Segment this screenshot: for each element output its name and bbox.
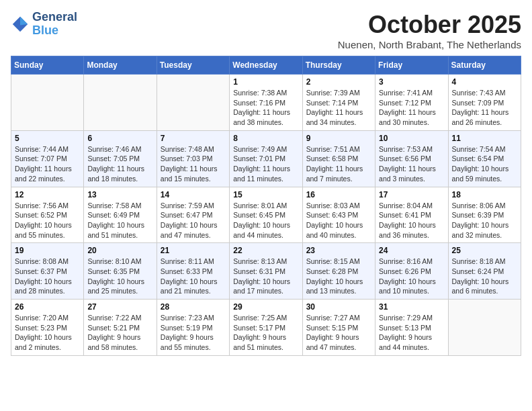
weekday-header: Sunday <box>11 56 84 75</box>
weekday-header: Saturday <box>448 56 521 75</box>
calendar-cell: 26Sunrise: 7:20 AM Sunset: 5:23 PM Dayli… <box>11 300 84 356</box>
day-number: 5 <box>15 134 80 143</box>
day-number: 11 <box>452 134 517 143</box>
day-info: Sunrise: 7:54 AM Sunset: 6:54 PM Dayligh… <box>452 144 517 184</box>
calendar-cell: 9Sunrise: 7:51 AM Sunset: 6:58 PM Daylig… <box>302 130 375 187</box>
calendar-cell: 6Sunrise: 7:46 AM Sunset: 7:05 PM Daylig… <box>84 130 157 187</box>
day-info: Sunrise: 8:08 AM Sunset: 6:37 PM Dayligh… <box>15 257 80 296</box>
day-info: Sunrise: 7:51 AM Sunset: 6:58 PM Dayligh… <box>306 144 371 184</box>
calendar-cell <box>84 75 157 131</box>
day-info: Sunrise: 8:10 AM Sunset: 6:35 PM Dayligh… <box>87 257 152 296</box>
day-info: Sunrise: 8:15 AM Sunset: 6:28 PM Dayligh… <box>306 257 371 296</box>
day-number: 26 <box>15 302 80 312</box>
day-number: 2 <box>306 77 371 87</box>
location-title: Nuenen, North Brabant, The Netherlands <box>338 39 521 50</box>
day-info: Sunrise: 7:53 AM Sunset: 6:56 PM Dayligh… <box>379 144 444 184</box>
day-info: Sunrise: 7:27 AM Sunset: 5:15 PM Dayligh… <box>306 313 371 353</box>
title-area: October 2025 Nuenen, North Brabant, The … <box>338 11 521 50</box>
calendar-cell: 21Sunrise: 8:11 AM Sunset: 6:33 PM Dayli… <box>157 243 229 300</box>
day-number: 25 <box>452 246 517 255</box>
calendar-cell: 25Sunrise: 8:18 AM Sunset: 6:24 PM Dayli… <box>448 243 521 300</box>
day-number: 13 <box>87 190 152 199</box>
calendar-cell: 5Sunrise: 7:44 AM Sunset: 7:07 PM Daylig… <box>11 130 84 187</box>
day-number: 18 <box>452 190 517 199</box>
day-number: 9 <box>306 134 371 143</box>
weekday-header: Tuesday <box>157 56 229 75</box>
calendar-cell: 7Sunrise: 7:48 AM Sunset: 7:03 PM Daylig… <box>157 130 229 187</box>
weekday-header: Thursday <box>302 56 375 75</box>
weekday-header: Wednesday <box>230 56 302 75</box>
logo-text: General Blue <box>32 11 77 38</box>
day-info: Sunrise: 7:56 AM Sunset: 6:52 PM Dayligh… <box>15 201 80 240</box>
calendar-cell: 29Sunrise: 7:25 AM Sunset: 5:17 PM Dayli… <box>230 300 302 356</box>
calendar-cell: 11Sunrise: 7:54 AM Sunset: 6:54 PM Dayli… <box>448 130 521 187</box>
day-info: Sunrise: 7:43 AM Sunset: 7:09 PM Dayligh… <box>452 88 517 128</box>
day-number: 3 <box>379 77 444 87</box>
calendar-week-row: 12Sunrise: 7:56 AM Sunset: 6:52 PM Dayli… <box>11 187 521 243</box>
day-number: 21 <box>161 246 226 255</box>
day-info: Sunrise: 7:39 AM Sunset: 7:14 PM Dayligh… <box>306 88 371 128</box>
day-info: Sunrise: 7:59 AM Sunset: 6:47 PM Dayligh… <box>161 201 226 240</box>
day-number: 17 <box>379 190 444 199</box>
day-info: Sunrise: 8:16 AM Sunset: 6:26 PM Dayligh… <box>379 257 444 296</box>
day-info: Sunrise: 8:06 AM Sunset: 6:39 PM Dayligh… <box>452 201 517 240</box>
day-info: Sunrise: 7:29 AM Sunset: 5:13 PM Dayligh… <box>379 313 444 353</box>
calendar-cell <box>157 75 229 131</box>
calendar-cell: 15Sunrise: 8:01 AM Sunset: 6:45 PM Dayli… <box>230 187 302 243</box>
calendar-cell: 19Sunrise: 8:08 AM Sunset: 6:37 PM Dayli… <box>11 243 84 300</box>
calendar: SundayMondayTuesdayWednesdayThursdayFrid… <box>11 56 521 356</box>
calendar-week-row: 5Sunrise: 7:44 AM Sunset: 7:07 PM Daylig… <box>11 130 521 187</box>
day-info: Sunrise: 7:46 AM Sunset: 7:05 PM Dayligh… <box>87 144 152 184</box>
day-info: Sunrise: 7:23 AM Sunset: 5:19 PM Dayligh… <box>161 313 226 353</box>
day-number: 23 <box>306 246 371 255</box>
day-number: 29 <box>233 302 298 312</box>
day-info: Sunrise: 8:13 AM Sunset: 6:31 PM Dayligh… <box>233 257 298 296</box>
day-info: Sunrise: 7:48 AM Sunset: 7:03 PM Dayligh… <box>161 144 226 184</box>
weekday-header: Friday <box>375 56 448 75</box>
header: General Blue October 2025 Nuenen, North … <box>11 11 521 50</box>
calendar-week-row: 19Sunrise: 8:08 AM Sunset: 6:37 PM Dayli… <box>11 243 521 300</box>
svg-marker-1 <box>20 17 28 26</box>
day-info: Sunrise: 7:44 AM Sunset: 7:07 PM Dayligh… <box>15 144 80 184</box>
calendar-cell: 4Sunrise: 7:43 AM Sunset: 7:09 PM Daylig… <box>448 75 521 131</box>
calendar-cell: 1Sunrise: 7:38 AM Sunset: 7:16 PM Daylig… <box>230 75 302 131</box>
month-title: October 2025 <box>338 11 521 39</box>
day-number: 8 <box>233 134 298 143</box>
day-number: 20 <box>87 246 152 255</box>
calendar-week-row: 1Sunrise: 7:38 AM Sunset: 7:16 PM Daylig… <box>11 75 521 131</box>
day-info: Sunrise: 7:58 AM Sunset: 6:49 PM Dayligh… <box>87 201 152 240</box>
calendar-cell: 31Sunrise: 7:29 AM Sunset: 5:13 PM Dayli… <box>375 300 448 356</box>
calendar-cell: 17Sunrise: 8:04 AM Sunset: 6:41 PM Dayli… <box>375 187 448 243</box>
day-number: 16 <box>306 190 371 199</box>
calendar-cell: 12Sunrise: 7:56 AM Sunset: 6:52 PM Dayli… <box>11 187 84 243</box>
day-number: 7 <box>161 134 226 143</box>
day-number: 24 <box>379 246 444 255</box>
day-number: 30 <box>306 302 371 312</box>
day-number: 6 <box>87 134 152 143</box>
day-info: Sunrise: 8:01 AM Sunset: 6:45 PM Dayligh… <box>233 201 298 240</box>
calendar-cell: 18Sunrise: 8:06 AM Sunset: 6:39 PM Dayli… <box>448 187 521 243</box>
calendar-cell: 13Sunrise: 7:58 AM Sunset: 6:49 PM Dayli… <box>84 187 157 243</box>
logo: General Blue <box>11 11 77 38</box>
calendar-cell: 20Sunrise: 8:10 AM Sunset: 6:35 PM Dayli… <box>84 243 157 300</box>
day-info: Sunrise: 8:03 AM Sunset: 6:43 PM Dayligh… <box>306 201 371 240</box>
day-number: 28 <box>161 302 226 312</box>
logo-icon <box>11 15 30 34</box>
calendar-cell: 28Sunrise: 7:23 AM Sunset: 5:19 PM Dayli… <box>157 300 229 356</box>
calendar-cell: 24Sunrise: 8:16 AM Sunset: 6:26 PM Dayli… <box>375 243 448 300</box>
calendar-cell: 23Sunrise: 8:15 AM Sunset: 6:28 PM Dayli… <box>302 243 375 300</box>
calendar-cell: 27Sunrise: 7:22 AM Sunset: 5:21 PM Dayli… <box>84 300 157 356</box>
day-info: Sunrise: 8:18 AM Sunset: 6:24 PM Dayligh… <box>452 257 517 296</box>
day-info: Sunrise: 7:38 AM Sunset: 7:16 PM Dayligh… <box>233 88 298 128</box>
calendar-cell: 8Sunrise: 7:49 AM Sunset: 7:01 PM Daylig… <box>230 130 302 187</box>
day-info: Sunrise: 7:41 AM Sunset: 7:12 PM Dayligh… <box>379 88 444 128</box>
day-number: 10 <box>379 134 444 143</box>
day-number: 31 <box>379 302 444 312</box>
day-number: 1 <box>233 77 298 87</box>
day-info: Sunrise: 7:25 AM Sunset: 5:17 PM Dayligh… <box>233 313 298 353</box>
day-number: 19 <box>15 246 80 255</box>
day-info: Sunrise: 8:04 AM Sunset: 6:41 PM Dayligh… <box>379 201 444 240</box>
calendar-cell: 14Sunrise: 7:59 AM Sunset: 6:47 PM Dayli… <box>157 187 229 243</box>
day-info: Sunrise: 7:22 AM Sunset: 5:21 PM Dayligh… <box>87 313 152 353</box>
day-info: Sunrise: 8:11 AM Sunset: 6:33 PM Dayligh… <box>161 257 226 296</box>
